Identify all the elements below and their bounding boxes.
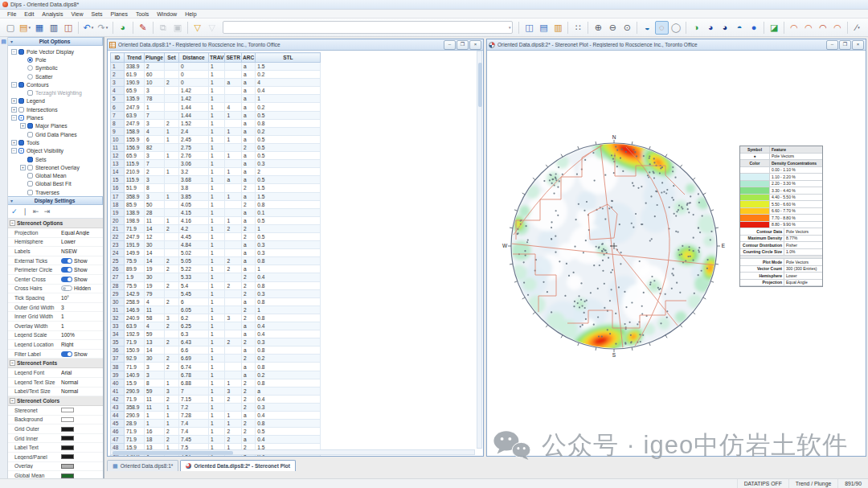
grid-cell[interactable]: 7.4 [179, 428, 209, 436]
grid-cell[interactable]: 0.5 [256, 232, 321, 240]
grid-cell[interactable] [165, 95, 179, 103]
tree-item-contours[interactable]: −Contours [8, 80, 103, 88]
filter-data-button[interactable]: ▽ [190, 21, 204, 35]
grid-cell[interactable]: 11 [111, 143, 125, 151]
grid-window-titlebar[interactable]: Oriented Data.dips8:1* - Registered to R… [108, 39, 483, 51]
checkbox-on[interactable] [18, 49, 24, 55]
grid-cell[interactable]: 1 [256, 265, 321, 273]
grid-cell[interactable]: a [242, 322, 256, 330]
grid-cell[interactable] [165, 143, 179, 151]
table-row[interactable]: 1885.9504.05120.8 [111, 200, 321, 208]
table-row[interactable]: 1265.9312.7611a0.5 [111, 152, 321, 160]
menu-item-planes[interactable]: Planes [106, 11, 131, 17]
grid-cell[interactable]: a [242, 347, 256, 355]
grid-cell[interactable]: 0.1 [256, 208, 321, 216]
window-tile-button[interactable]: ▤ [537, 21, 551, 35]
grid-cell[interactable] [165, 111, 179, 119]
grid-cell[interactable] [225, 355, 242, 363]
table-row[interactable]: 9158.9412.411a0.2 [111, 127, 321, 135]
checkbox-off[interactable] [18, 107, 24, 113]
checkbox-off[interactable] [27, 173, 33, 178]
grid-cell[interactable]: 1 [209, 265, 225, 273]
grid-cell[interactable]: 42 [111, 395, 125, 403]
grid-cell[interactable]: 1 [145, 420, 165, 428]
column-header-stl[interactable]: STL [256, 53, 321, 63]
grid-cell[interactable]: 14 [111, 168, 125, 176]
grid-cell[interactable]: 2 [242, 143, 256, 151]
table-row[interactable]: 14210.9213.211a2 [111, 168, 321, 176]
color-swatch[interactable] [61, 417, 74, 422]
grid-cell[interactable]: 38 [111, 363, 125, 371]
grid-cell[interactable]: 1 [209, 379, 225, 387]
menu-item-sets[interactable]: Sets [87, 11, 106, 17]
grid-cell[interactable]: 0.5 [256, 111, 321, 119]
grid-cell[interactable]: 1 [209, 192, 225, 200]
stereonet-window-titlebar[interactable]: Oriented Data.dips8:2* - Stereonet Plot … [487, 39, 866, 51]
grid-cell[interactable]: 6.88 [179, 379, 209, 387]
grid-cell[interactable]: 191.9 [125, 241, 145, 249]
grid-cell[interactable]: 7.2 [179, 403, 209, 411]
table-row[interactable]: 4528.9117.41120.8 [111, 420, 321, 428]
grid-cell[interactable]: 5.05 [179, 257, 209, 265]
grid-cell[interactable]: 1 [256, 224, 321, 232]
contour-plot-button[interactable]: ◑ [690, 21, 703, 35]
column-header-setr[interactable]: SETR [225, 53, 242, 63]
grid-cell[interactable] [165, 347, 179, 355]
grid-cell[interactable]: 146.9 [125, 306, 145, 314]
grid-cell[interactable]: 6 [179, 297, 209, 306]
grid-cell[interactable]: 2 [242, 232, 256, 240]
checkbox-on[interactable] [18, 140, 24, 146]
grid-cell[interactable]: 65.9 [125, 87, 145, 95]
apply-check-icon[interactable]: ✓ [11, 207, 18, 215]
grid-cell[interactable]: 1 [225, 420, 242, 428]
toggle-off[interactable] [61, 285, 72, 291]
checkbox-mixed[interactable] [18, 115, 24, 121]
grid-cell[interactable]: 6.69 [179, 355, 209, 363]
grid-cell[interactable]: 1 [209, 168, 225, 176]
grid-cell[interactable]: 13 [111, 160, 125, 168]
grid-cell[interactable]: 2 [225, 428, 242, 436]
grid-cell[interactable]: 71.9 [125, 363, 145, 371]
grid-cell[interactable]: 0.5 [256, 143, 321, 151]
grid-cell[interactable]: 156.9 [125, 143, 145, 151]
grid-cell[interactable]: a [242, 152, 256, 160]
grid-cell[interactable]: 1 [209, 412, 225, 420]
grid-cell[interactable]: 2 [165, 395, 179, 403]
checkbox-on[interactable] [18, 98, 24, 104]
grid-cell[interactable] [165, 87, 179, 95]
grid-cell[interactable]: 1 [209, 297, 225, 306]
grid-cell[interactable]: 1 [225, 127, 242, 135]
table-row[interactable]: 30258.94261a0.8 [111, 297, 321, 306]
chevron-down-icon[interactable]: ▾ [858, 26, 860, 30]
zoom-extents-button[interactable]: ⊙ [620, 21, 634, 35]
table-row[interactable]: 13115.973.061a0.3 [111, 160, 321, 168]
grid-cell[interactable]: 1 [209, 347, 225, 355]
table-row[interactable]: 15115.933.681aa0.5 [111, 176, 321, 184]
grid-cell[interactable]: 26 [111, 265, 125, 273]
grid-cell[interactable] [225, 160, 242, 168]
setting-value[interactable]: 1 [61, 323, 103, 329]
grid-cell[interactable]: 16 [145, 428, 165, 436]
grid-cell[interactable]: 2 [242, 428, 256, 436]
grid-cell[interactable]: 3 [145, 119, 165, 127]
settings-group-stereonet-options[interactable]: −Stereonet Options [8, 219, 103, 228]
grid-cell[interactable]: 37 [111, 355, 125, 363]
open-file-button[interactable]: ▤▾ [18, 21, 31, 35]
table-row[interactable]: 17358.9313.8511a1.5 [111, 192, 321, 200]
grid-cell[interactable]: 0.5 [256, 152, 321, 160]
grid-cell[interactable]: 1 [225, 111, 242, 119]
grid-cell[interactable]: 2 [165, 363, 179, 371]
checkbox-off[interactable] [27, 190, 33, 195]
grid-cell[interactable]: 6 [111, 103, 125, 111]
grid-cell[interactable]: 1 [256, 95, 321, 103]
grid-cell[interactable]: 115.9 [125, 176, 145, 184]
grid-cell[interactable]: 258.9 [125, 297, 145, 306]
restore-button[interactable]: ❐ [839, 40, 851, 50]
grid-cell[interactable]: 3.2 [179, 168, 209, 176]
grid-cell[interactable]: 1.52 [179, 119, 209, 127]
chevron-down-icon[interactable]: ▾ [106, 26, 108, 30]
grid-cell[interactable]: 1.44 [179, 103, 209, 111]
tree-item-stereonet-overlay[interactable]: +Stereonet Overlay [8, 163, 103, 171]
setting-value[interactable]: 100% [61, 332, 103, 338]
table-row[interactable]: 3571.91326.431220.3 [111, 338, 321, 347]
